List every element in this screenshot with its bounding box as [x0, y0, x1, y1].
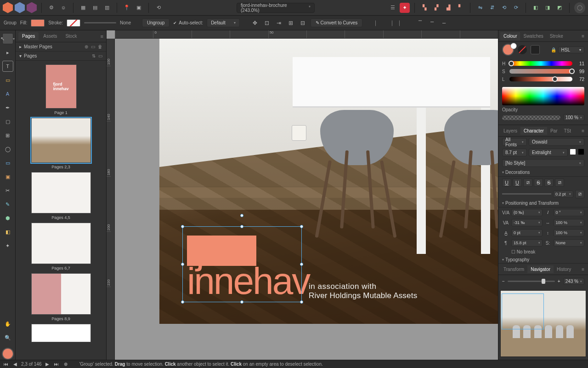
- preflight-icon[interactable]: ▦: [78, 3, 88, 13]
- vector-brush-tool[interactable]: ✎: [2, 199, 13, 210]
- page-thumb-10-11[interactable]: [31, 324, 91, 344]
- align-b-icon[interactable]: ⎼: [440, 19, 448, 27]
- text-tool[interactable]: T: [2, 61, 13, 72]
- pages-header-row[interactable]: ▾Pages ⇅▭: [16, 52, 106, 61]
- tab-colour[interactable]: Colour: [500, 32, 520, 40]
- view-mode-icon[interactable]: ☰: [388, 3, 398, 13]
- tab-swatches[interactable]: Swatches: [520, 32, 546, 40]
- hscale-field[interactable]: 100 %: [554, 219, 585, 226]
- prev-page-button[interactable]: ◀: [12, 362, 18, 367]
- move-icon[interactable]: ✥: [251, 19, 259, 27]
- flip-h-icon[interactable]: ⇋: [475, 3, 485, 13]
- link-icon[interactable]: ⟲: [153, 3, 164, 13]
- align-centerh-icon[interactable]: ▞: [431, 3, 441, 13]
- resize-handle[interactable]: [240, 225, 243, 228]
- baseline-field[interactable]: 0 pt: [511, 229, 543, 236]
- snapping-toggle[interactable]: ⌖: [400, 3, 410, 13]
- canvas[interactable]: 050 100140180200220 fjord innehav in a: [107, 30, 498, 360]
- wrap-icon[interactable]: ▣: [134, 3, 144, 13]
- artistic-text-tool[interactable]: A: [2, 88, 13, 99]
- underline-color-icon[interactable]: ⧄: [523, 178, 532, 187]
- decorations-header[interactable]: Decorations: [498, 168, 588, 176]
- underline-icon[interactable]: U: [502, 178, 511, 187]
- double-underline-icon[interactable]: U: [513, 178, 522, 187]
- table-tool[interactable]: ⊞: [2, 130, 13, 141]
- tab-assets[interactable]: Assets: [40, 32, 61, 40]
- order-forward-icon[interactable]: ◨: [543, 3, 553, 13]
- rotate-cw-icon[interactable]: ⟳: [511, 3, 521, 13]
- align-right-icon[interactable]: ▟: [443, 3, 453, 13]
- language-field[interactable]: None: [554, 239, 585, 247]
- align-r-icon[interactable]: ⎸: [397, 19, 406, 27]
- resize-handle[interactable]: [300, 225, 303, 228]
- align-left-icon[interactable]: ▚: [419, 3, 430, 13]
- eyedropper-icon[interactable]: [531, 45, 540, 54]
- tracking-field[interactable]: -31 ‰: [511, 219, 543, 226]
- lightness-slider[interactable]: [509, 77, 572, 81]
- transform-origin-icon[interactable]: ⊡: [263, 19, 271, 27]
- crop-tool[interactable]: ✂: [2, 185, 13, 196]
- strike-color-icon[interactable]: ⧄: [555, 178, 564, 187]
- hue-slider[interactable]: [509, 61, 572, 66]
- document-setup-icon[interactable]: ⛭: [58, 3, 68, 13]
- align-t-icon[interactable]: ⎺: [416, 19, 424, 27]
- zoom-tool[interactable]: 🔍: [2, 332, 13, 343]
- flip-v-icon[interactable]: ⇵: [487, 3, 497, 13]
- selection-bounds[interactable]: [182, 226, 302, 302]
- spectrum-picker[interactable]: [502, 87, 584, 105]
- resize-handle[interactable]: [300, 263, 303, 266]
- hide-selection-icon[interactable]: ⊟: [299, 19, 307, 27]
- find-master-icon[interactable]: ▭: [91, 44, 95, 49]
- order-back-icon[interactable]: ◩: [554, 3, 565, 13]
- color-model-select[interactable]: HSL: [558, 46, 584, 53]
- tab-paragraph[interactable]: Par: [547, 127, 561, 135]
- tab-pages[interactable]: Pages: [18, 32, 39, 40]
- pin-icon[interactable]: 📍: [122, 3, 132, 13]
- pages-options-icon[interactable]: ⇅: [92, 53, 96, 58]
- app-publisher-icon[interactable]: [3, 3, 13, 13]
- preferences-icon[interactable]: ⚙: [46, 3, 57, 13]
- delete-master-icon[interactable]: 🗑: [98, 44, 102, 49]
- node-tool[interactable]: ▸: [2, 47, 13, 58]
- add-page-icon[interactable]: ▭: [98, 53, 102, 58]
- fill-tool[interactable]: ⬢: [2, 213, 13, 224]
- artboard[interactable]: fjord innehav in association with River …: [159, 39, 498, 351]
- color-panel-menu-icon[interactable]: ≡: [580, 34, 586, 39]
- opacity-field[interactable]: 100 %: [563, 114, 584, 121]
- page-thumb-4-5[interactable]: Pages 4,5: [31, 172, 91, 220]
- tab-navigator[interactable]: Navigator: [527, 265, 554, 273]
- nobreak-checkbox[interactable]: ☐ No break: [511, 249, 535, 254]
- stroke-color-preview[interactable]: [510, 43, 517, 49]
- double-strike-icon[interactable]: S: [544, 178, 554, 187]
- ellipse-tool[interactable]: ◯: [2, 144, 13, 155]
- decoration-size-field[interactable]: 0.2 pt: [553, 190, 573, 198]
- align-l-icon[interactable]: ⎸: [373, 19, 382, 27]
- tab-character[interactable]: Character: [520, 127, 547, 135]
- panel-menu-icon[interactable]: ≡: [101, 34, 103, 39]
- stroke-swatch[interactable]: [67, 19, 80, 27]
- convert-curves-button[interactable]: ✎ Convert to Curves: [311, 18, 362, 27]
- resize-handle[interactable]: [240, 300, 243, 304]
- zoom-slider[interactable]: [508, 281, 555, 282]
- page-thumb-2-3[interactable]: Pages 2,3: [31, 118, 91, 169]
- hand-tool[interactable]: ✋: [2, 318, 13, 329]
- move-tool[interactable]: ↖: [2, 33, 13, 44]
- transparency-tool[interactable]: ◧: [2, 226, 13, 237]
- rotate-handle[interactable]: [240, 214, 243, 217]
- app-designer-icon[interactable]: [15, 3, 25, 13]
- align-top-icon[interactable]: ▘: [455, 3, 465, 13]
- place-image-tool[interactable]: ▣: [2, 171, 13, 182]
- positioning-header[interactable]: Positioning and Transform: [498, 200, 588, 207]
- leading-field[interactable]: 15.8 pt: [511, 239, 543, 247]
- saturation-slider[interactable]: [509, 69, 572, 74]
- page-thumb-8-9[interactable]: Pages 8,9: [31, 273, 91, 321]
- resize-handle[interactable]: [181, 300, 184, 304]
- strikethrough-icon[interactable]: S: [534, 178, 543, 187]
- stroke-width-slider[interactable]: [84, 22, 116, 23]
- fontset-select[interactable]: All Fonts: [502, 138, 527, 146]
- zoom-out-button[interactable]: −: [502, 279, 505, 284]
- typography-header[interactable]: Typography: [498, 256, 588, 264]
- tab-stroke[interactable]: Stroke: [547, 32, 566, 40]
- zoom-field[interactable]: 243 %: [563, 278, 584, 285]
- tab-history[interactable]: History: [554, 265, 574, 273]
